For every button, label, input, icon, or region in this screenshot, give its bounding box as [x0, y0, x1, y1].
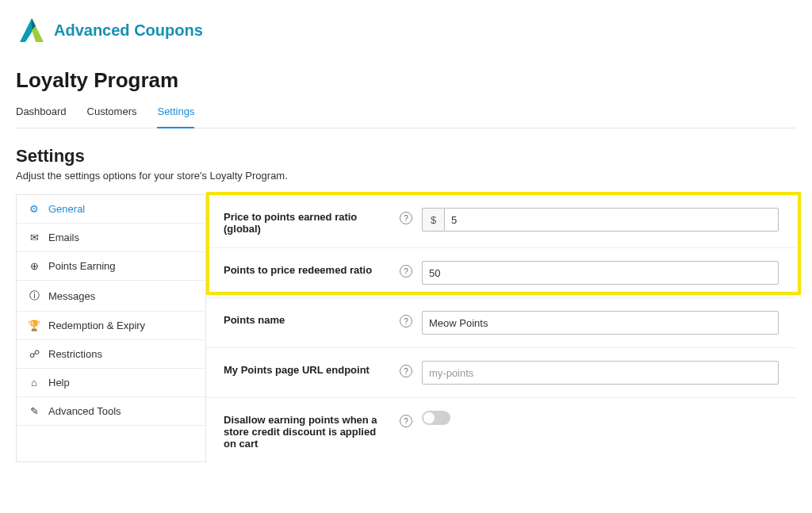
pencil-icon: ✎	[28, 405, 40, 417]
sidebar-item-label: Messages	[48, 290, 95, 302]
person-icon: ☍	[28, 348, 40, 360]
sidebar-item-help[interactable]: ⌂ Help	[17, 369, 205, 397]
page-title: Loyalty Program	[16, 68, 796, 93]
tab-customers[interactable]: Customers	[87, 101, 137, 128]
section-title: Settings	[16, 146, 796, 167]
disallow-credit-toggle[interactable]	[422, 411, 450, 425]
logo-icon	[16, 14, 48, 46]
row-points-to-price: Points to price redeemed ratio ?	[206, 248, 796, 298]
row-url-endpoint: My Points page URL endpoint ?	[206, 348, 796, 398]
tab-dashboard[interactable]: Dashboard	[16, 101, 67, 128]
help-icon[interactable]: ?	[400, 415, 412, 427]
sidebar-item-emails[interactable]: ✉ Emails	[17, 224, 205, 252]
points-to-price-input[interactable]	[422, 261, 779, 285]
sidebar-item-messages[interactable]: ⓘ Messages	[17, 281, 205, 312]
sidebar-item-points-earning[interactable]: ⊕ Points Earning	[17, 252, 205, 281]
label-points-to-price: Points to price redeemed ratio	[224, 261, 390, 276]
help-icon[interactable]: ?	[400, 265, 412, 278]
sidebar-item-label: Emails	[48, 232, 79, 243]
sidebar-item-label: Advanced Tools	[48, 405, 121, 417]
brand-logo: Advanced Coupons	[16, 14, 796, 46]
settings-content: Price to points earned ratio (global) ? …	[206, 194, 796, 462]
help-icon[interactable]: ?	[400, 315, 412, 327]
sidebar-item-label: Restrictions	[48, 348, 102, 360]
help-icon[interactable]: ?	[400, 212, 412, 224]
row-points-name: Points name ?	[206, 298, 796, 348]
gear-icon: ⚙	[28, 203, 40, 215]
sidebar-item-advanced-tools[interactable]: ✎ Advanced Tools	[17, 397, 205, 426]
row-price-to-points: Price to points earned ratio (global) ? …	[206, 195, 796, 248]
sidebar-item-label: General	[48, 203, 85, 215]
label-points-name: Points name	[224, 311, 390, 326]
settings-sidebar: ⚙ General ✉ Emails ⊕ Points Earning ⓘ Me…	[16, 194, 206, 462]
mail-icon: ✉	[28, 232, 40, 243]
sidebar-item-general[interactable]: ⚙ General	[17, 195, 205, 224]
section-subtitle: Adjust the settings options for your sto…	[16, 170, 796, 182]
sidebar-item-restrictions[interactable]: ☍ Restrictions	[17, 340, 205, 369]
home-icon: ⌂	[28, 377, 40, 389]
sidebar-item-redemption[interactable]: 🏆 Redemption & Expiry	[17, 312, 205, 340]
coin-icon: ⊕	[28, 260, 40, 272]
help-icon[interactable]: ?	[400, 365, 412, 377]
tab-settings[interactable]: Settings	[157, 101, 194, 128]
brand-name: Advanced Coupons	[54, 21, 203, 40]
currency-prefix: $	[422, 208, 444, 232]
label-price-to-points: Price to points earned ratio (global)	[224, 208, 390, 235]
row-disallow-credit: Disallow earning points when a store cre…	[206, 398, 796, 462]
sidebar-item-label: Points Earning	[48, 260, 116, 272]
tabs: Dashboard Customers Settings	[16, 101, 796, 128]
url-endpoint-input[interactable]	[422, 361, 779, 385]
sidebar-item-label: Redemption & Expiry	[48, 320, 145, 331]
label-url-endpoint: My Points page URL endpoint	[224, 361, 390, 376]
label-disallow-credit: Disallow earning points when a store cre…	[224, 411, 390, 450]
sidebar-item-label: Help	[48, 377, 70, 389]
trophy-icon: 🏆	[28, 320, 40, 331]
price-to-points-input[interactable]	[444, 208, 779, 232]
info-icon: ⓘ	[28, 289, 40, 303]
points-name-input[interactable]	[422, 311, 779, 335]
